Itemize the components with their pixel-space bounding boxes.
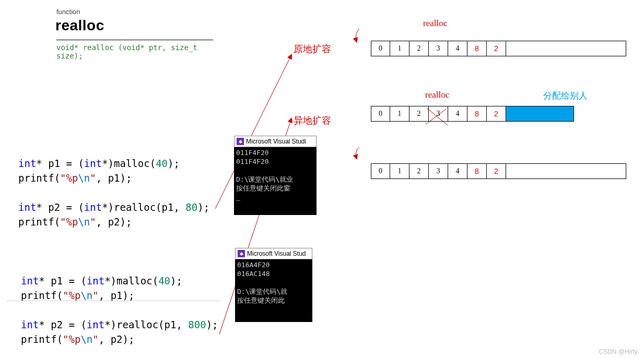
vs-icon: ◆ bbox=[237, 138, 244, 145]
label-relocate: 异地扩容 bbox=[294, 114, 331, 127]
allocated-block bbox=[506, 106, 574, 122]
label-inplace: 原地扩容 bbox=[294, 43, 331, 55]
watermark: CSDN @Hirty. bbox=[599, 348, 639, 355]
code2-separator bbox=[6, 301, 220, 301]
memory-row-1: 0 1 2 3 4 8 2 bbox=[371, 41, 626, 56]
memory-row-3: 0 1 2 3 4 8 2 bbox=[371, 163, 626, 179]
console-1: ◆ Microsoft Visual Studi 011F4F20 011F4F… bbox=[234, 136, 317, 215]
code-block-1: int* p1 = (int*)malloc(40); printf("%p\n… bbox=[18, 141, 209, 229]
label-given-away: 分配给别人 bbox=[543, 90, 588, 102]
console-2: ◆ Microsoft Visual Stud 016A4F20 016AC14… bbox=[235, 248, 312, 322]
label-realloc-2: realloc bbox=[425, 90, 449, 100]
label-realloc-1: realloc bbox=[423, 18, 447, 29]
code-block-2: int* p1 = (int*)malloc(40); printf("%p\n… bbox=[21, 259, 218, 347]
memory-row-2: 0 1 2 3 4 8 2 bbox=[371, 106, 574, 122]
vs-icon: ◆ bbox=[238, 250, 245, 257]
